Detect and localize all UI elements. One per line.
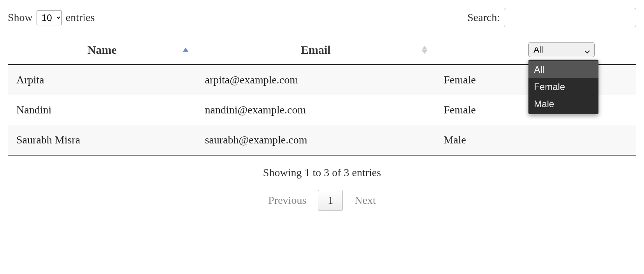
- previous-button[interactable]: Previous: [268, 194, 306, 207]
- next-button[interactable]: Next: [354, 194, 376, 207]
- gender-filter-option-male[interactable]: Male: [528, 95, 598, 113]
- length-prefix: Show: [8, 11, 33, 24]
- search-control: Search:: [467, 8, 636, 27]
- svg-marker-2: [422, 50, 427, 54]
- cell-name: Saurabh Misra: [8, 125, 197, 156]
- sort-both-icon: [422, 46, 427, 54]
- gender-filter-option-all[interactable]: All: [528, 61, 598, 78]
- pagination: Previous 1 Next: [8, 190, 636, 211]
- table-info: Showing 1 to 3 of 3 entries: [8, 166, 636, 179]
- cell-name: Nandini: [8, 95, 197, 125]
- svg-marker-0: [182, 48, 189, 52]
- sort-asc-icon: [182, 48, 189, 52]
- length-suffix: entries: [66, 11, 95, 24]
- column-header-name[interactable]: Name: [8, 35, 197, 65]
- page-length-select[interactable]: 10: [37, 10, 62, 25]
- table-controls: Show 10 entries Search:: [8, 8, 636, 27]
- data-table: Name Email All: [8, 35, 636, 156]
- svg-marker-1: [422, 46, 427, 49]
- column-header-email[interactable]: Email: [197, 35, 435, 65]
- cell-name: Arpita: [8, 65, 197, 95]
- header-row: Name Email All: [8, 35, 636, 65]
- gender-filter-dropdown: All Female Male: [528, 60, 598, 114]
- column-header-gender[interactable]: All All Female Male: [435, 35, 636, 65]
- gender-filter-wrap: All All Female Male: [528, 42, 595, 57]
- search-input[interactable]: [504, 8, 636, 27]
- table-row: Saurabh Misra saurabh@example.com Male: [8, 125, 636, 156]
- length-control: Show 10 entries: [8, 10, 95, 25]
- page-number-current[interactable]: 1: [318, 190, 343, 211]
- gender-filter-select[interactable]: All: [528, 42, 595, 57]
- cell-email: nandini@example.com: [197, 95, 435, 125]
- gender-filter-option-female[interactable]: Female: [528, 78, 598, 95]
- cell-email: arpita@example.com: [197, 65, 435, 95]
- column-header-name-label: Name: [88, 43, 117, 56]
- search-label: Search:: [467, 11, 500, 24]
- cell-email: saurabh@example.com: [197, 125, 435, 156]
- column-header-email-label: Email: [301, 43, 331, 56]
- cell-gender: Male: [435, 125, 636, 156]
